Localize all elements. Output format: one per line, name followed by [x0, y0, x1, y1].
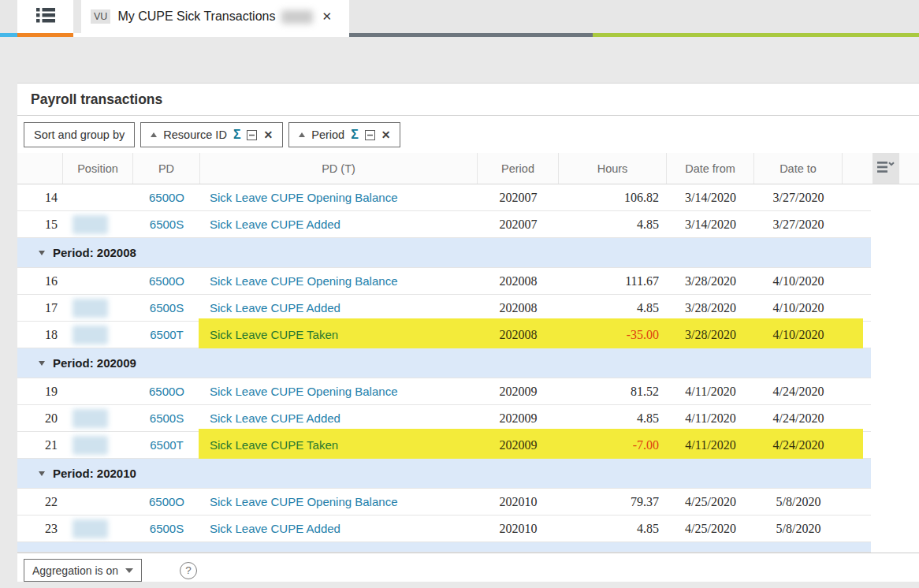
cell-date-to: 4/24/2020	[754, 432, 843, 458]
cell-period: 202008	[478, 295, 559, 321]
pd-description-link[interactable]: Sick Leave CUPE Added	[210, 301, 340, 314]
accent-strip-orange	[17, 33, 73, 37]
pd-code-link[interactable]: 6500S	[150, 411, 184, 425]
table-row[interactable]: 23 6500S Sick Leave CUPE Added 202010 4.…	[17, 515, 871, 542]
app-menu-button[interactable]	[17, 0, 73, 33]
pd-code-link[interactable]: 6500S	[150, 218, 184, 231]
table-menu-icon	[877, 161, 895, 177]
table-row[interactable]: 14 6500O Sick Leave CUPE Opening Balance…	[17, 184, 871, 211]
pd-code-link[interactable]: 6500O	[149, 495, 184, 508]
group-header-row[interactable]: Period: 202009	[17, 348, 871, 378]
pd-code-link[interactable]: 6500T	[150, 328, 184, 341]
active-tab[interactable]: VU My CUPE Sick Transactions ✕	[81, 0, 349, 33]
cell-position	[63, 184, 133, 210]
group-header-row[interactable]: Period: 202008	[17, 238, 871, 268]
table-row[interactable]: 21 6500T Sick Leave CUPE Taken 202009 -7…	[17, 432, 871, 459]
table-footer: Aggregation is on ?	[17, 553, 919, 582]
aggregation-dropdown-button[interactable]: Aggregation is on	[24, 559, 142, 582]
pd-description-link[interactable]: Sick Leave CUPE Opening Balance	[210, 385, 397, 398]
pd-code-link[interactable]: 6500S	[150, 301, 184, 314]
collapse-triangle-icon[interactable]	[39, 361, 45, 366]
pd-code-link[interactable]: 6500O	[149, 385, 184, 398]
column-header-pdt[interactable]: PD (T)	[200, 153, 478, 184]
pd-description-link[interactable]: Sick Leave CUPE Added	[210, 411, 340, 425]
cell-filler	[843, 432, 871, 458]
pd-description-link[interactable]: Sick Leave CUPE Opening Balance	[210, 274, 397, 288]
group-header-row[interactable]: Period: 202010	[17, 459, 871, 489]
table-row[interactable]: 17 6500S Sick Leave CUPE Added 202008 4.…	[17, 295, 871, 322]
cell-row-number: 19	[17, 378, 63, 404]
redacted-tab-text	[281, 10, 313, 24]
tab-close-icon[interactable]: ✕	[322, 9, 332, 24]
table-row[interactable]: 18 6500T Sick Leave CUPE Taken 202008 -3…	[17, 322, 871, 348]
table-header-row: Position PD PD (T) Period Hours Date fro…	[17, 153, 919, 184]
pd-code-link[interactable]: 6500S	[150, 522, 184, 535]
pd-description-link[interactable]: Sick Leave CUPE Taken	[210, 328, 338, 341]
collapse-triangle-icon[interactable]	[39, 471, 45, 476]
group-label: Period: 202008	[53, 246, 136, 259]
cell-position	[63, 515, 133, 541]
table-options-button[interactable]	[872, 153, 899, 184]
cell-position	[63, 489, 133, 515]
cell-date-to: 4/24/2020	[754, 378, 843, 404]
sort-ascending-triangle-icon[interactable]	[299, 132, 305, 137]
column-header-hours[interactable]: Hours	[559, 153, 667, 184]
sort-and-group-by-button[interactable]: Sort and group by	[24, 122, 135, 147]
pd-description-link[interactable]: Sick Leave CUPE Taken	[210, 438, 338, 452]
table-row[interactable]: 16 6500O Sick Leave CUPE Opening Balance…	[17, 268, 871, 295]
collapse-box-icon[interactable]	[247, 130, 257, 140]
cell-filler	[843, 378, 871, 404]
cell-date-from: 3/14/2020	[667, 211, 754, 237]
cell-position	[63, 322, 133, 348]
collapse-box-icon[interactable]	[365, 130, 375, 140]
pd-description-link[interactable]: Sick Leave CUPE Added	[210, 218, 340, 231]
column-header-position[interactable]: Position	[63, 153, 133, 184]
pd-description-link[interactable]: Sick Leave CUPE Opening Balance	[210, 495, 397, 508]
pd-description-link[interactable]: Sick Leave CUPE Added	[210, 522, 340, 535]
cell-date-from: 4/11/2020	[667, 432, 754, 458]
cell-pd: 6500T	[133, 322, 200, 348]
cell-period: 202007	[478, 184, 559, 210]
cell-row-number: 22	[17, 489, 63, 515]
pd-code-link[interactable]: 6500O	[149, 191, 184, 204]
cell-pd-description: Sick Leave CUPE Opening Balance	[200, 268, 478, 294]
cell-hours: 4.85	[559, 515, 667, 541]
cell-row-number: 21	[17, 432, 63, 458]
group-chip-resource-id[interactable]: Resource ID Σ ✕	[140, 122, 283, 147]
column-header-date-to[interactable]: Date to	[754, 153, 843, 184]
cell-position	[63, 268, 133, 294]
cell-pd-description: Sick Leave CUPE Opening Balance	[200, 489, 478, 515]
pd-description-link[interactable]: Sick Leave CUPE Opening Balance	[210, 191, 397, 204]
collapse-triangle-icon[interactable]	[39, 251, 45, 255]
sort-ascending-triangle-icon[interactable]	[151, 132, 157, 137]
close-icon[interactable]: ✕	[381, 128, 391, 141]
dropdown-triangle-icon	[125, 568, 133, 573]
group-header-row[interactable]	[17, 542, 871, 553]
column-header-date-from[interactable]: Date from	[667, 153, 754, 184]
cell-pd-description: Sick Leave CUPE Opening Balance	[200, 184, 478, 210]
cell-hours: 4.85	[559, 405, 667, 431]
pd-code-link[interactable]: 6500T	[150, 438, 184, 452]
table-body: 14 6500O Sick Leave CUPE Opening Balance…	[17, 184, 919, 553]
cell-row-number: 16	[17, 268, 63, 294]
tab-title: My CUPE Sick Transactions	[117, 9, 275, 24]
sigma-icon[interactable]: Σ	[233, 128, 241, 142]
cell-position	[63, 211, 133, 237]
column-header-period[interactable]: Period	[478, 153, 559, 184]
redacted-position	[73, 409, 108, 428]
table-row[interactable]: 20 6500S Sick Leave CUPE Added 202009 4.…	[17, 405, 871, 432]
table-row[interactable]: 19 6500O Sick Leave CUPE Opening Balance…	[17, 378, 871, 405]
group-chip-period[interactable]: Period Σ ✕	[288, 122, 400, 147]
cell-pd: 6500S	[133, 515, 200, 541]
help-button[interactable]: ?	[180, 562, 197, 579]
table-row[interactable]: 22 6500O Sick Leave CUPE Opening Balance…	[17, 489, 871, 515]
close-icon[interactable]: ✕	[263, 128, 273, 141]
question-mark-icon: ?	[185, 564, 192, 576]
table-row[interactable]: 15 6500S Sick Leave CUPE Added 202007 4.…	[17, 211, 871, 238]
cell-period: 202009	[478, 378, 559, 404]
pd-code-link[interactable]: 6500O	[149, 274, 184, 288]
column-header-pd[interactable]: PD	[133, 153, 200, 184]
cell-date-to: 5/8/2020	[754, 515, 843, 541]
group-label: Period: 202009	[53, 356, 136, 370]
sigma-icon[interactable]: Σ	[351, 128, 359, 142]
